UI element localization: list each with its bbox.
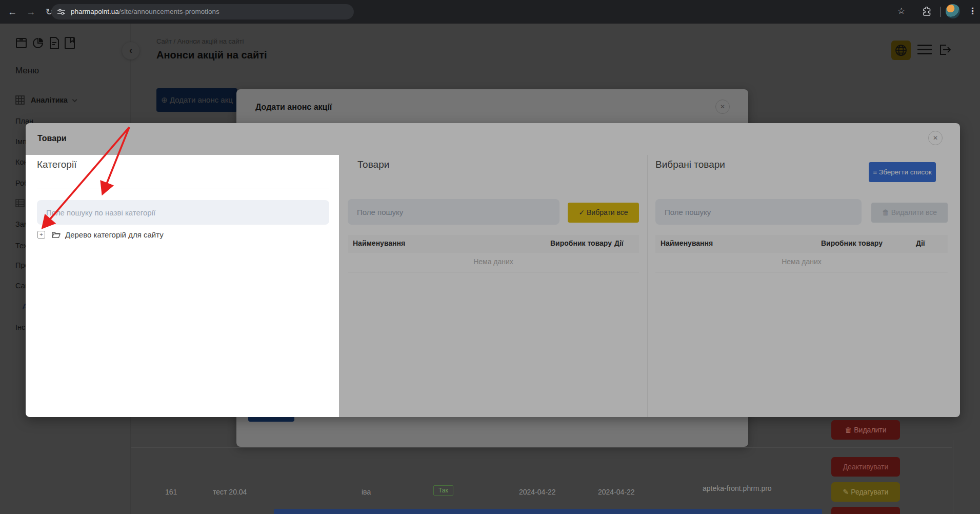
modal-title: Товари xyxy=(37,134,67,143)
products-modal: Товари ✕ Категорії + Дерево категорій дл… xyxy=(26,123,960,417)
bookmark-star-icon[interactable]: ☆ xyxy=(897,6,905,16)
profile-avatar[interactable] xyxy=(946,4,960,18)
folder-icon xyxy=(52,231,61,239)
trash-icon: 🗑 xyxy=(845,426,854,434)
tree-expand-button[interactable]: + xyxy=(37,231,45,239)
trash-icon: 🗑 xyxy=(882,208,891,216)
site-info-icon[interactable] xyxy=(57,8,65,15)
selected-empty-state: Нема даних xyxy=(655,253,948,272)
close-icon[interactable]: ✕ xyxy=(928,131,943,145)
address-bar[interactable]: pharmapoint.ua/site/announcements-promot… xyxy=(51,4,354,19)
deactivate-button[interactable]: Деактивувати xyxy=(831,457,900,477)
selected-products-title: Вибрані товари xyxy=(655,159,725,170)
selected-search-input[interactable] xyxy=(655,199,862,225)
selected-table-header: Найменування Виробник товару Дії xyxy=(655,235,948,252)
browser-back-icon[interactable]: ← xyxy=(6,6,18,18)
list-icon: ≡ xyxy=(873,168,879,176)
category-search-input[interactable] xyxy=(37,200,329,225)
products-search-input[interactable] xyxy=(348,199,559,225)
extra-action-button[interactable] xyxy=(831,507,900,514)
extensions-icon[interactable] xyxy=(922,6,932,16)
url-path: /site/announcements-promotions xyxy=(119,8,219,15)
category-tree-item[interactable]: Дерево категорій для сайту xyxy=(65,230,164,239)
remove-all-button[interactable]: 🗑 Видалити все xyxy=(871,203,948,223)
select-all-button[interactable]: ✓ Вибрати все xyxy=(568,203,639,223)
browser-forward-icon[interactable]: → xyxy=(25,6,37,18)
browser-toolbar: ← → ↻ pharmapoint.ua/site/announcements-… xyxy=(0,0,980,24)
delete-button[interactable]: 🗑 Видалити xyxy=(831,420,900,440)
url-host: pharmapoint.ua xyxy=(71,8,119,15)
categories-title: Категорії xyxy=(37,159,76,170)
products-title: Товари xyxy=(357,159,389,170)
products-empty-state: Нема даних xyxy=(348,253,639,272)
products-table-header: Найменування Виробник товару Дії xyxy=(348,235,639,252)
edit-button[interactable]: ✎ Редагувати xyxy=(831,482,900,502)
save-list-button[interactable]: ≡ Зберегти список xyxy=(869,162,936,182)
browser-menu-icon[interactable]: ⋮ xyxy=(968,6,977,16)
